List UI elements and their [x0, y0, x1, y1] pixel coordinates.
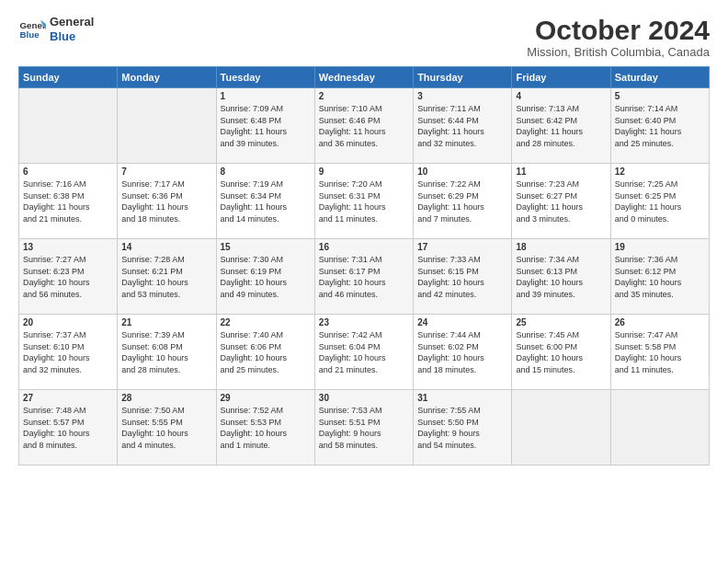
day-number: 3: [417, 91, 507, 101]
logo: General Blue General Blue: [18, 15, 94, 43]
logo-blue: Blue: [50, 29, 94, 44]
header: General Blue General Blue October 2024 M…: [18, 15, 710, 59]
calendar-cell: 12Sunrise: 7:25 AM Sunset: 6:25 PM Dayli…: [610, 164, 709, 239]
calendar-cell: [19, 88, 118, 164]
day-content: Sunrise: 7:23 AM Sunset: 6:27 PM Dayligh…: [516, 178, 606, 224]
day-number: 11: [516, 167, 606, 177]
day-content: Sunrise: 7:47 AM Sunset: 5:58 PM Dayligh…: [615, 329, 705, 375]
day-content: Sunrise: 7:27 AM Sunset: 6:23 PM Dayligh…: [23, 254, 113, 300]
calendar-header-row: SundayMondayTuesdayWednesdayThursdayFrid…: [19, 67, 710, 88]
day-content: Sunrise: 7:25 AM Sunset: 6:25 PM Dayligh…: [615, 178, 705, 224]
day-number: 15: [221, 242, 311, 252]
day-content: Sunrise: 7:31 AM Sunset: 6:17 PM Dayligh…: [319, 254, 409, 300]
day-content: Sunrise: 7:39 AM Sunset: 6:08 PM Dayligh…: [121, 329, 211, 375]
day-content: Sunrise: 7:16 AM Sunset: 6:38 PM Dayligh…: [23, 178, 113, 224]
calendar-cell: 31Sunrise: 7:55 AM Sunset: 5:50 PM Dayli…: [414, 390, 512, 465]
day-header-friday: Friday: [512, 67, 610, 88]
calendar-cell: 11Sunrise: 7:23 AM Sunset: 6:27 PM Dayli…: [512, 164, 610, 239]
calendar-cell: [610, 390, 709, 465]
day-content: Sunrise: 7:28 AM Sunset: 6:21 PM Dayligh…: [121, 254, 211, 300]
week-row-3: 13Sunrise: 7:27 AM Sunset: 6:23 PM Dayli…: [19, 239, 710, 315]
day-header-monday: Monday: [118, 67, 216, 88]
day-number: 9: [319, 167, 409, 177]
calendar-cell: 22Sunrise: 7:40 AM Sunset: 6:06 PM Dayli…: [216, 315, 314, 390]
calendar-cell: 4Sunrise: 7:13 AM Sunset: 6:42 PM Daylig…: [512, 88, 610, 164]
day-content: Sunrise: 7:10 AM Sunset: 6:46 PM Dayligh…: [319, 103, 409, 149]
day-content: Sunrise: 7:55 AM Sunset: 5:50 PM Dayligh…: [417, 405, 507, 451]
day-content: Sunrise: 7:13 AM Sunset: 6:42 PM Dayligh…: [516, 103, 606, 149]
day-content: Sunrise: 7:20 AM Sunset: 6:31 PM Dayligh…: [319, 178, 409, 224]
day-number: 24: [417, 317, 507, 327]
day-number: 16: [319, 242, 409, 252]
calendar-cell: 9Sunrise: 7:20 AM Sunset: 6:31 PM Daylig…: [314, 164, 413, 239]
title-area: October 2024 Mission, British Columbia, …: [527, 15, 710, 59]
day-content: Sunrise: 7:37 AM Sunset: 6:10 PM Dayligh…: [23, 329, 113, 375]
calendar-cell: 10Sunrise: 7:22 AM Sunset: 6:29 PM Dayli…: [414, 164, 512, 239]
month-title: October 2024: [527, 15, 710, 45]
svg-text:Blue: Blue: [20, 29, 40, 40]
calendar-cell: 24Sunrise: 7:44 AM Sunset: 6:02 PM Dayli…: [414, 315, 512, 390]
day-number: 30: [319, 393, 409, 403]
calendar-cell: 6Sunrise: 7:16 AM Sunset: 6:38 PM Daylig…: [19, 164, 118, 239]
calendar-cell: 2Sunrise: 7:10 AM Sunset: 6:46 PM Daylig…: [314, 88, 413, 164]
day-content: Sunrise: 7:48 AM Sunset: 5:57 PM Dayligh…: [23, 405, 113, 451]
calendar-cell: 25Sunrise: 7:45 AM Sunset: 6:00 PM Dayli…: [512, 315, 610, 390]
day-number: 4: [516, 91, 606, 101]
calendar-cell: 15Sunrise: 7:30 AM Sunset: 6:19 PM Dayli…: [216, 239, 314, 315]
calendar-cell: 20Sunrise: 7:37 AM Sunset: 6:10 PM Dayli…: [19, 315, 118, 390]
calendar-cell: 26Sunrise: 7:47 AM Sunset: 5:58 PM Dayli…: [610, 315, 709, 390]
day-content: Sunrise: 7:22 AM Sunset: 6:29 PM Dayligh…: [417, 178, 507, 224]
day-header-tuesday: Tuesday: [216, 67, 314, 88]
day-number: 7: [121, 167, 211, 177]
day-header-wednesday: Wednesday: [314, 67, 413, 88]
day-number: 28: [121, 393, 211, 403]
day-number: 1: [221, 91, 311, 101]
day-content: Sunrise: 7:14 AM Sunset: 6:40 PM Dayligh…: [615, 103, 705, 149]
day-number: 20: [23, 317, 113, 327]
week-row-1: 1Sunrise: 7:09 AM Sunset: 6:48 PM Daylig…: [19, 88, 710, 164]
calendar-cell: 13Sunrise: 7:27 AM Sunset: 6:23 PM Dayli…: [19, 239, 118, 315]
calendar-cell: 7Sunrise: 7:17 AM Sunset: 6:36 PM Daylig…: [118, 164, 216, 239]
day-content: Sunrise: 7:52 AM Sunset: 5:53 PM Dayligh…: [221, 405, 311, 451]
calendar-cell: 1Sunrise: 7:09 AM Sunset: 6:48 PM Daylig…: [216, 88, 314, 164]
day-number: 2: [319, 91, 409, 101]
location: Mission, British Columbia, Canada: [527, 45, 710, 59]
day-content: Sunrise: 7:36 AM Sunset: 6:12 PM Dayligh…: [615, 254, 705, 300]
day-number: 18: [516, 242, 606, 252]
calendar-cell: 3Sunrise: 7:11 AM Sunset: 6:44 PM Daylig…: [414, 88, 512, 164]
day-number: 10: [417, 167, 507, 177]
day-number: 27: [23, 393, 113, 403]
calendar-cell: 28Sunrise: 7:50 AM Sunset: 5:55 PM Dayli…: [118, 390, 216, 465]
calendar-cell: 29Sunrise: 7:52 AM Sunset: 5:53 PM Dayli…: [216, 390, 314, 465]
calendar-cell: 5Sunrise: 7:14 AM Sunset: 6:40 PM Daylig…: [610, 88, 709, 164]
calendar-cell: [512, 390, 610, 465]
calendar-cell: 16Sunrise: 7:31 AM Sunset: 6:17 PM Dayli…: [314, 239, 413, 315]
day-content: Sunrise: 7:19 AM Sunset: 6:34 PM Dayligh…: [221, 178, 311, 224]
calendar-page: General Blue General Blue October 2024 M…: [0, 0, 728, 563]
day-number: 26: [615, 317, 705, 327]
day-number: 19: [615, 242, 705, 252]
day-content: Sunrise: 7:45 AM Sunset: 6:00 PM Dayligh…: [516, 329, 606, 375]
day-content: Sunrise: 7:33 AM Sunset: 6:15 PM Dayligh…: [417, 254, 507, 300]
day-number: 14: [121, 242, 211, 252]
day-number: 25: [516, 317, 606, 327]
day-number: 22: [221, 317, 311, 327]
calendar-cell: 21Sunrise: 7:39 AM Sunset: 6:08 PM Dayli…: [118, 315, 216, 390]
day-number: 12: [615, 167, 705, 177]
week-row-5: 27Sunrise: 7:48 AM Sunset: 5:57 PM Dayli…: [19, 390, 710, 465]
day-number: 17: [417, 242, 507, 252]
day-content: Sunrise: 7:11 AM Sunset: 6:44 PM Dayligh…: [417, 103, 507, 149]
day-content: Sunrise: 7:42 AM Sunset: 6:04 PM Dayligh…: [319, 329, 409, 375]
day-content: Sunrise: 7:17 AM Sunset: 6:36 PM Dayligh…: [121, 178, 211, 224]
calendar-cell: 18Sunrise: 7:34 AM Sunset: 6:13 PM Dayli…: [512, 239, 610, 315]
calendar-cell: 19Sunrise: 7:36 AM Sunset: 6:12 PM Dayli…: [610, 239, 709, 315]
day-header-thursday: Thursday: [414, 67, 512, 88]
day-content: Sunrise: 7:34 AM Sunset: 6:13 PM Dayligh…: [516, 254, 606, 300]
day-number: 23: [319, 317, 409, 327]
day-number: 29: [221, 393, 311, 403]
day-number: 13: [23, 242, 113, 252]
day-content: Sunrise: 7:50 AM Sunset: 5:55 PM Dayligh…: [121, 405, 211, 451]
day-content: Sunrise: 7:53 AM Sunset: 5:51 PM Dayligh…: [319, 405, 409, 451]
day-number: 5: [615, 91, 705, 101]
day-number: 21: [121, 317, 211, 327]
